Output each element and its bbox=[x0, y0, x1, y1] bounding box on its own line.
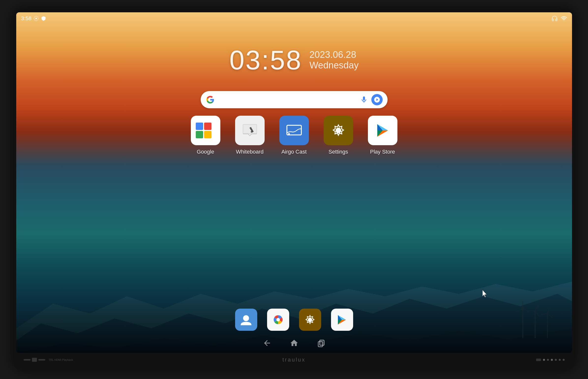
svg-line-15 bbox=[547, 308, 549, 314]
status-bar: 3:58 bbox=[16, 12, 572, 25]
headphone-icon bbox=[551, 15, 558, 22]
brand-label: traulux bbox=[282, 357, 305, 363]
nav-home-button[interactable] bbox=[288, 338, 300, 348]
airgo-cast-app-label: Airgo Cast bbox=[281, 149, 307, 155]
app-settings[interactable]: Settings bbox=[324, 116, 353, 155]
svg-line-7 bbox=[523, 307, 530, 314]
settings-app-label: Settings bbox=[329, 149, 348, 155]
svg-point-31 bbox=[308, 317, 312, 322]
clock-date-area: 2023.06.28 Wednesday bbox=[309, 49, 359, 71]
nav-back-button[interactable] bbox=[261, 338, 273, 348]
google-app-label: Google bbox=[197, 149, 214, 155]
svg-line-10 bbox=[535, 305, 539, 311]
whiteboard-app-icon bbox=[235, 116, 265, 145]
bezel-right-controls bbox=[536, 359, 565, 361]
google-g-logo bbox=[206, 95, 215, 104]
svg-point-14 bbox=[546, 313, 548, 315]
tv-bottom-bezel: TRL HDMI Playback traulux bbox=[16, 353, 572, 367]
svg-rect-18 bbox=[243, 125, 257, 134]
airgo-cast-app-icon bbox=[279, 116, 309, 145]
svg-line-21 bbox=[248, 134, 250, 136]
play-store-app-label: Play Store bbox=[370, 149, 395, 155]
svg-line-12 bbox=[535, 311, 539, 317]
mic-icon[interactable] bbox=[360, 96, 368, 104]
svg-point-27 bbox=[335, 128, 341, 133]
dock-contacts[interactable] bbox=[235, 309, 257, 331]
app-whiteboard[interactable]: Whiteboard bbox=[235, 116, 265, 155]
clock-area: 03:58 2023.06.28 Wednesday bbox=[229, 44, 359, 76]
nav-bar bbox=[261, 338, 327, 348]
svg-line-11 bbox=[528, 307, 535, 314]
svg-line-17 bbox=[547, 313, 552, 318]
google-app-icon bbox=[191, 116, 220, 145]
svg-point-4 bbox=[521, 307, 524, 310]
search-icons bbox=[360, 94, 383, 105]
dock-play-store[interactable] bbox=[331, 309, 353, 331]
svg-point-26 bbox=[288, 133, 290, 135]
play-store-app-icon bbox=[368, 116, 397, 145]
clock-day: Wednesday bbox=[309, 60, 359, 71]
lens-icon[interactable] bbox=[371, 94, 383, 105]
status-left: 3:58 bbox=[21, 15, 46, 22]
status-right bbox=[551, 15, 567, 22]
clock-date: 2023.06.28 bbox=[309, 49, 359, 60]
settings-app-icon bbox=[324, 116, 353, 145]
svg-point-29 bbox=[243, 315, 249, 321]
notification-status-icon bbox=[41, 16, 46, 21]
search-bar[interactable] bbox=[201, 91, 388, 108]
bezel-left-controls: TRL HDMI Playback bbox=[24, 358, 73, 362]
settings-status-icon bbox=[33, 16, 39, 21]
dock-photos[interactable] bbox=[267, 309, 289, 331]
svg-rect-33 bbox=[320, 340, 324, 345]
clock-time: 03:58 bbox=[229, 44, 302, 76]
dock-settings[interactable] bbox=[299, 309, 321, 331]
dock-area bbox=[235, 309, 353, 331]
apps-grid: Google Whiteboard bbox=[191, 116, 397, 155]
svg-line-22 bbox=[250, 134, 252, 136]
tv-device: 3:58 bbox=[14, 10, 574, 369]
svg-line-6 bbox=[516, 307, 523, 314]
app-airgo-cast[interactable]: Airgo Cast bbox=[279, 116, 309, 155]
app-google[interactable]: Google bbox=[191, 116, 220, 155]
status-time: 3:58 bbox=[21, 15, 32, 22]
svg-point-30 bbox=[276, 318, 280, 321]
app-play-store[interactable]: Play Store bbox=[368, 116, 397, 155]
nav-recents-button[interactable] bbox=[315, 338, 327, 348]
whiteboard-app-label: Whiteboard bbox=[236, 149, 264, 155]
cursor bbox=[482, 290, 488, 299]
svg-point-9 bbox=[534, 310, 536, 312]
svg-line-16 bbox=[541, 311, 547, 317]
wifi-icon bbox=[561, 15, 567, 22]
search-input[interactable] bbox=[218, 91, 357, 108]
tv-screen: 3:58 bbox=[16, 12, 572, 353]
